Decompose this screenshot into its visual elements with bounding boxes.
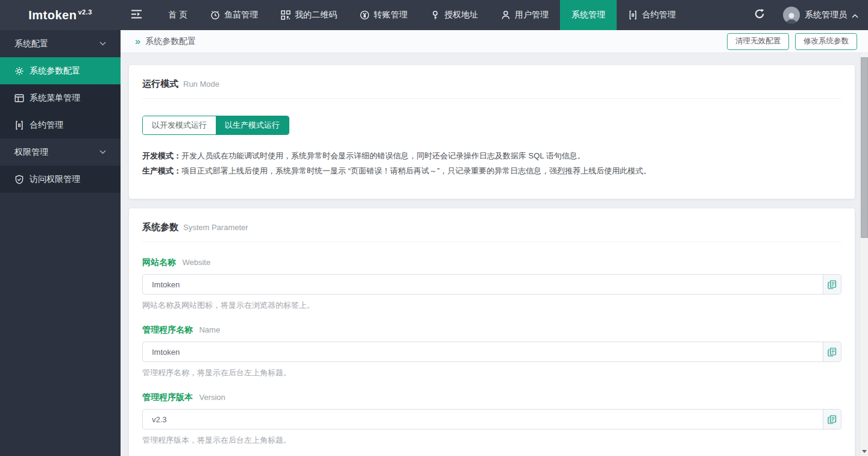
double-chevron-icon: » [135,37,140,46]
nav-item-label: 合约管理 [642,10,676,20]
vertical-scrollbar[interactable] [860,53,868,456]
nav-item-label: 用户管理 [515,10,549,20]
nav-item-my-qrcode[interactable]: 我的二维码 [269,0,348,30]
qrcode-icon [281,10,291,20]
key-icon [430,10,440,20]
field-label-en: Name [199,325,220,334]
sidebar: 系统配置 系统参数配置 系统菜单管理 合约管理 权限管理 [0,30,121,456]
topbar-right: 系统管理员 [754,7,868,23]
nav-item-system-management[interactable]: 系统管理 [560,0,617,30]
card-subtitle: Run Mode [183,80,219,89]
nav-item-authorized-address[interactable]: 授权地址 [419,0,489,30]
prod-mode-description-prefix: 生产模式： [142,166,181,175]
dev-mode-description-prefix: 开发模式： [142,151,181,160]
yen-circle-icon [360,10,370,20]
user-menu[interactable]: 系统管理员 [783,7,858,23]
dev-mode-description-text: 开发人员或在功能调试时使用，系统异常时会显示详细的错误信息，同时还会记录操作日志… [181,151,585,160]
gear-icon [14,66,24,76]
chevron-down-icon [99,42,106,46]
nav-item-label: 鱼苗管理 [224,10,258,20]
field-label-en: Version [199,393,225,402]
refresh-button[interactable] [754,8,765,22]
card-title: 运行模式 [142,78,178,90]
caret-up-icon [852,10,858,20]
header-actions: 清理无效配置 修改系统参数 [727,33,857,50]
page-header: » 系统参数配置 清理无效配置 修改系统参数 [121,30,868,53]
contract-icon [628,10,638,20]
nav-item-transfer-management[interactable]: 转账管理 [348,0,419,30]
clock-icon [210,10,220,20]
sidebar-item-contract-management[interactable]: 合约管理 [0,111,121,139]
sidebar-item-system-param-config[interactable]: 系统参数配置 [0,57,121,84]
admin-name-input[interactable] [143,342,823,361]
website-input[interactable] [143,275,823,294]
nav-item-label: 授权地址 [444,10,478,20]
chevron-down-icon [99,150,106,154]
field-label: 管理程序名称 [142,325,193,334]
sidebar-submenu-permission: 访问权限管理 [0,166,121,193]
sidebar-item-label: 系统参数配置 [30,66,80,77]
field-help-text: 管理程序版本，将显示在后台左上角标题。 [142,435,841,446]
nav-item-contract-management[interactable]: 合约管理 [617,0,687,30]
copy-button[interactable] [823,342,841,361]
admin-name-input-wrap [142,342,841,362]
prod-mode-description: 生产模式：项目正式部署上线后使用，系统异常时统一显示 “页面错误！请稍后再试～”… [142,163,841,178]
admin-version-input[interactable] [143,410,823,429]
field-help-text: 网站名称及网站图标，将显示在浏览器的标签上。 [142,300,841,311]
nav-item-fry-management[interactable]: 鱼苗管理 [199,0,269,30]
field-label: 管理程序版本 [142,392,193,402]
system-param-card-header: 系统参数 System Parameter [142,208,841,242]
sidebar-item-access-permission-management[interactable]: 访问权限管理 [0,166,121,193]
shield-check-icon [14,175,24,184]
nav-item-label: 系统管理 [571,10,605,20]
field-admin-name: 管理程序名称 Name 管理程序名称，将显示在后台左上角标题。 [142,324,841,378]
run-mode-card: 运行模式 Run Mode 以开发模式运行 以生产模式运行 开发模式：开发人员或… [129,65,855,199]
field-admin-version: 管理程序版本 Version 管理程序版本，将显示在后台左上角标题。 [142,392,841,446]
field-website-name: 网站名称 Website 网站名称及网站图标，将显示在浏览器的标签上。 [142,257,841,311]
sidebar-collapse-button[interactable] [131,10,142,21]
sidebar-item-label: 合约管理 [30,120,63,131]
prod-mode-button[interactable]: 以生产模式运行 [216,116,289,134]
sidebar-group-permission-management[interactable]: 权限管理 [0,139,121,166]
main-content: 运行模式 Run Mode 以开发模式运行 以生产模式运行 开发模式：开发人员或… [121,53,860,456]
nav-item-home-label: 首 页 [168,10,187,20]
user-icon [501,10,511,20]
copy-button[interactable] [823,410,841,429]
dev-mode-button[interactable]: 以开发模式运行 [143,116,216,134]
nav-item-user-management[interactable]: 用户管理 [489,0,560,30]
run-mode-card-header: 运行模式 Run Mode [142,65,841,99]
collapse-menu-icon [131,10,142,21]
run-mode-toggle-group: 以开发模式运行 以生产模式运行 [142,116,289,135]
card-subtitle: System Parameter [183,223,248,232]
scrollbar-thumb[interactable] [861,57,868,238]
avatar [783,7,800,23]
breadcrumb[interactable]: » 系统参数配置 [135,36,196,47]
nav-item-home[interactable]: 首 页 [157,0,199,30]
refresh-icon [754,8,765,22]
menu-panel-icon [14,93,24,103]
sidebar-item-system-menu-management[interactable]: 系统菜单管理 [0,84,121,111]
copy-button[interactable] [823,275,841,294]
dev-mode-description: 开发模式：开发人员或在功能调试时使用，系统异常时会显示详细的错误信息，同时还会记… [142,148,841,163]
breadcrumb-label: 系统参数配置 [145,36,196,47]
sidebar-item-label: 系统菜单管理 [30,93,80,104]
username-label: 系统管理员 [805,10,847,20]
topbar: Imtokenv2.3 首 页 鱼苗管理 我的二维码 转账管理 [0,0,868,30]
website-input-wrap [142,274,841,295]
card-title: 系统参数 [142,222,178,233]
prod-mode-description-text: 项目正式部署上线后使用，系统异常时统一显示 “页面错误！请稍后再试～”，只记录重… [181,166,651,175]
sidebar-group-system-config[interactable]: 系统配置 [0,30,121,57]
field-label-en: Website [182,258,210,267]
contract-icon [14,120,24,130]
app-version: v2.3 [78,8,92,16]
scrollbar-down-arrow-icon[interactable] [862,450,867,453]
nav-item-label: 转账管理 [374,10,407,20]
clear-invalid-config-button[interactable]: 清理无效配置 [727,33,789,50]
app-logo: Imtokenv2.3 [0,8,121,22]
system-param-card: 系统参数 System Parameter 网站名称 Website 网站名称及… [129,208,855,456]
sidebar-item-label: 访问权限管理 [30,174,80,185]
top-navigation: 首 页 鱼苗管理 我的二维码 转账管理 授权地址 [157,0,687,30]
field-help-text: 管理程序名称，将显示在后台左上角标题。 [142,367,841,378]
sidebar-group-label: 权限管理 [14,147,48,158]
modify-system-params-button[interactable]: 修改系统参数 [795,33,857,50]
